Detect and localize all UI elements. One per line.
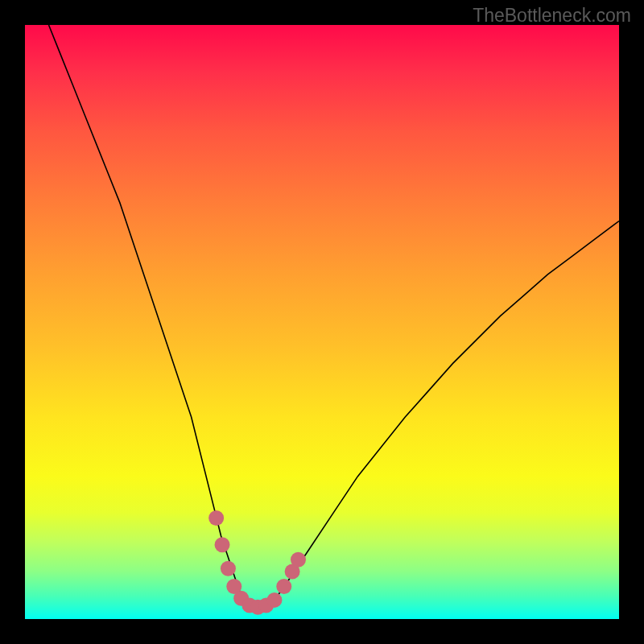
bottleneck-curve-line xyxy=(49,25,619,607)
optimal-zone-marker xyxy=(215,537,230,552)
optimal-zone-marker xyxy=(266,592,282,608)
chart-svg xyxy=(25,25,619,619)
optimal-zone-marker xyxy=(291,552,306,568)
optimal-zone-markers xyxy=(208,510,306,615)
chart-plot-area xyxy=(25,25,619,619)
watermark-text: TheBottleneck.com xyxy=(473,5,631,27)
optimal-zone-marker xyxy=(221,561,236,576)
optimal-zone-marker xyxy=(208,510,224,526)
optimal-zone-marker xyxy=(276,579,291,594)
